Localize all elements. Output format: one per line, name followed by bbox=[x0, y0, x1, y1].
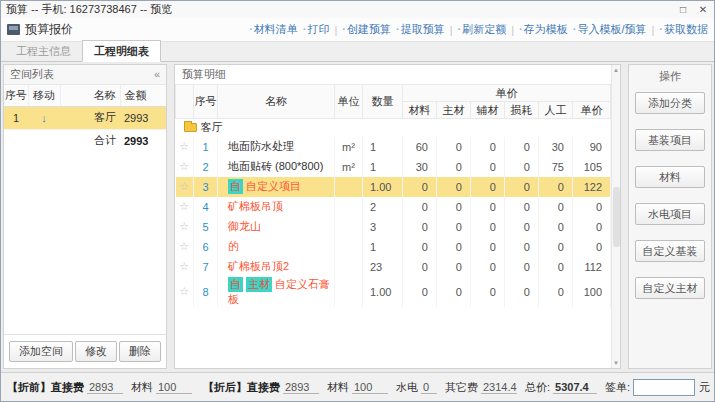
item-name: 地面防水处理 bbox=[228, 140, 294, 152]
item-aux-material: 0 bbox=[470, 277, 504, 307]
delete-space-button[interactable]: 删除 bbox=[119, 341, 161, 362]
row-number-link[interactable]: 7 bbox=[202, 261, 208, 273]
table-row[interactable]: ☆ 8 自主材自定义石膏板 1.00 0 0 0 0 0 100 bbox=[176, 277, 611, 307]
move-down-icon[interactable]: ↓ bbox=[41, 112, 47, 124]
folder-icon bbox=[184, 123, 197, 132]
scroll-up-icon[interactable]: ▲ bbox=[613, 67, 619, 73]
sign-amount-input[interactable] bbox=[633, 379, 695, 396]
modify-space-button[interactable]: 修改 bbox=[75, 341, 117, 362]
link-separator: | bbox=[450, 24, 453, 36]
water-electric-label: 水电 bbox=[396, 380, 418, 395]
item-main-material: 0 bbox=[436, 237, 470, 257]
post-material-label: 材料 bbox=[327, 380, 349, 395]
link-fetch-data[interactable]: 获取数据 bbox=[659, 22, 708, 37]
item-unit bbox=[334, 177, 362, 197]
item-loss: 0 bbox=[504, 137, 538, 157]
item-main-material: 0 bbox=[436, 197, 470, 217]
item-name: 自定义石膏板 bbox=[228, 278, 330, 305]
link-separator: | bbox=[651, 24, 654, 36]
item-aux-material: 0 bbox=[470, 137, 504, 157]
row-number-link[interactable]: 2 bbox=[202, 161, 208, 173]
folder-label: 客厅 bbox=[201, 121, 223, 133]
star-icon[interactable]: ☆ bbox=[179, 240, 189, 252]
link-separator: | bbox=[511, 24, 514, 36]
row-number-link[interactable]: 5 bbox=[202, 221, 208, 233]
star-icon[interactable]: ☆ bbox=[179, 220, 189, 232]
item-unit bbox=[334, 277, 362, 307]
toolbar: 预算报价 材料清单 打印 | 创建预算 提取预算 | 刷新定额 | 存为模板 导… bbox=[1, 18, 714, 42]
table-row[interactable]: ☆ 5 御龙山 3 0 0 0 0 0 0 bbox=[176, 217, 611, 237]
table-row[interactable]: ☆ 2 地面贴砖 (800*800) m² 1 30 0 0 0 75 105 bbox=[176, 157, 611, 177]
space-row[interactable]: 1 ↓ 客厅 2993 bbox=[4, 106, 166, 129]
other-fee-label: 其它费 bbox=[445, 380, 478, 395]
star-icon[interactable]: ☆ bbox=[179, 180, 189, 192]
water-electric-value: 0 bbox=[421, 381, 437, 394]
maximize-icon[interactable]: □ bbox=[677, 4, 689, 15]
row-number-link[interactable]: 8 bbox=[202, 286, 208, 298]
col-unit: 单位 bbox=[334, 85, 362, 119]
close-icon[interactable]: ✕ bbox=[697, 4, 709, 15]
plumbing-project-button[interactable]: 水电项目 bbox=[635, 203, 705, 225]
link-material-list[interactable]: 材料清单 bbox=[249, 22, 298, 37]
item-qty: 1 bbox=[362, 157, 402, 177]
collapse-panel-icon[interactable]: « bbox=[154, 65, 160, 84]
row-number-link[interactable]: 3 bbox=[202, 181, 208, 193]
item-labor: 0 bbox=[538, 237, 572, 257]
star-icon[interactable]: ☆ bbox=[179, 285, 189, 297]
app-label: 预算报价 bbox=[25, 21, 73, 38]
sign-amount-label: 签单: bbox=[605, 380, 630, 395]
basic-project-button[interactable]: 基装项目 bbox=[635, 129, 705, 151]
table-row[interactable]: ☆ 7 矿棉板吊顶2 23 0 0 0 0 0 112 bbox=[176, 257, 611, 277]
scroll-thumb[interactable] bbox=[613, 187, 620, 247]
pre-material-value: 100 bbox=[156, 381, 192, 394]
star-icon[interactable]: ☆ bbox=[179, 260, 189, 272]
row-number-link[interactable]: 1 bbox=[202, 141, 208, 153]
item-unit-price: 0 bbox=[572, 197, 610, 217]
table-row[interactable]: ☆ 6 的 1 0 0 0 0 0 0 bbox=[176, 237, 611, 257]
col-star bbox=[176, 85, 194, 119]
item-material: 0 bbox=[402, 177, 436, 197]
tab-project-detail[interactable]: 工程明细表 bbox=[82, 40, 161, 62]
item-unit-price: 0 bbox=[572, 237, 610, 257]
item-loss: 0 bbox=[504, 237, 538, 257]
custom-main-material-button[interactable]: 自定义主材 bbox=[635, 277, 705, 299]
item-unit bbox=[334, 257, 362, 277]
main-material-badge: 主材 bbox=[246, 277, 272, 292]
vertical-scrollbar[interactable]: ▲ ▼ bbox=[611, 65, 620, 368]
link-print[interactable]: 打印 bbox=[303, 22, 330, 37]
col-num: 序号 bbox=[194, 85, 218, 119]
link-create-budget[interactable]: 创建预算 bbox=[342, 22, 391, 37]
add-space-button[interactable]: 添加空间 bbox=[9, 341, 73, 362]
custom-basic-button[interactable]: 自定义基装 bbox=[635, 240, 705, 262]
item-qty: 23 bbox=[362, 257, 402, 277]
item-qty: 1 bbox=[362, 137, 402, 157]
table-row[interactable]: ☆ 1 地面防水处理 m² 1 60 0 0 0 30 90 bbox=[176, 137, 611, 157]
item-unit bbox=[334, 237, 362, 257]
item-material: 30 bbox=[402, 157, 436, 177]
material-button[interactable]: 材料 bbox=[635, 166, 705, 188]
table-row[interactable]: ☆ 4 矿棉板吊顶 2 0 0 0 0 0 0 bbox=[176, 197, 611, 217]
space-total-label: 合计 bbox=[60, 129, 120, 152]
folder-row[interactable]: 客厅 bbox=[176, 119, 611, 137]
item-main-material: 0 bbox=[436, 217, 470, 237]
total-price-label: 总价: bbox=[525, 380, 550, 395]
add-category-button[interactable]: 添加分类 bbox=[635, 92, 705, 114]
star-icon[interactable]: ☆ bbox=[179, 200, 189, 212]
star-icon[interactable]: ☆ bbox=[179, 160, 189, 172]
budget-icon bbox=[7, 24, 20, 35]
link-refresh-quota[interactable]: 刷新定额 bbox=[458, 22, 507, 37]
link-extract-budget[interactable]: 提取预算 bbox=[396, 22, 445, 37]
star-icon[interactable]: ☆ bbox=[179, 140, 189, 152]
row-number-link[interactable]: 6 bbox=[202, 241, 208, 253]
content-area: 空间列表 « 序号 移动 名称 金额 1 ↓ 客厅 bbox=[1, 62, 714, 372]
row-number-link[interactable]: 4 bbox=[202, 201, 208, 213]
link-save-template[interactable]: 存为模板 bbox=[519, 22, 568, 37]
item-name: 的 bbox=[228, 240, 239, 252]
scroll-down-icon[interactable]: ▼ bbox=[613, 360, 619, 366]
tab-project-info[interactable]: 工程主信息 bbox=[5, 41, 82, 61]
table-row-selected[interactable]: ☆ 3 自自定义项目 1.00 0 0 0 0 0 122 bbox=[176, 177, 611, 197]
link-import-template[interactable]: 导入模板/预算 bbox=[573, 22, 647, 37]
space-row-amount: 2993 bbox=[120, 106, 166, 129]
title-bar: 预算 -- 手机: 16273738467 -- 预览 □ ✕ bbox=[1, 1, 714, 18]
item-labor: 30 bbox=[538, 137, 572, 157]
